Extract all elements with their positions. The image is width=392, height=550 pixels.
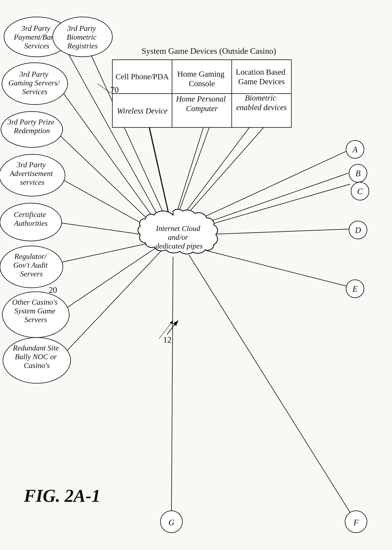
figure-label: FIG. 2A-1 bbox=[24, 486, 100, 506]
connector-d-label: D bbox=[355, 226, 361, 235]
connector-e-label: E bbox=[352, 284, 357, 294]
connector-b-label: B bbox=[355, 169, 361, 178]
label-12: 12 bbox=[163, 335, 171, 344]
connector-c-label: C bbox=[357, 187, 363, 196]
connector-g-label: G bbox=[168, 518, 175, 527]
internet-cloud: Internet Cloud and/or dedicated pipes bbox=[138, 209, 217, 254]
connector-f-label: F bbox=[353, 518, 359, 527]
connector-a-label: A bbox=[352, 145, 357, 154]
wireless-label: Wireless Device bbox=[117, 106, 168, 115]
section-title: System Game Devices (Outside Casino) bbox=[142, 46, 276, 56]
cell-phone-label: Cell Phone/PDA bbox=[116, 72, 169, 81]
label-20: 20 bbox=[49, 285, 57, 295]
label-70: 70 bbox=[110, 85, 119, 94]
biometric-reg-label: 3rd Party Biometric Registries bbox=[67, 24, 98, 50]
